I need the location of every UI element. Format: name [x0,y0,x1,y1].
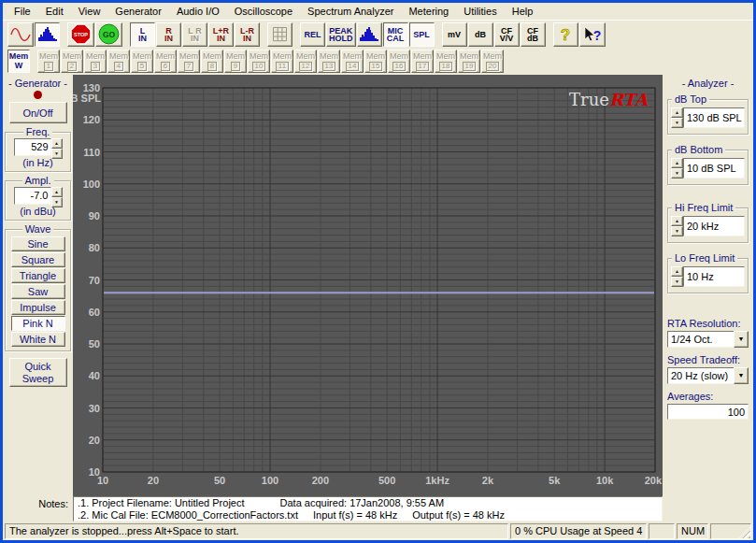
hi-freq-spin-up[interactable]: ▲ [671,216,683,226]
hi-freq-spin-down[interactable]: ▼ [671,226,683,236]
wave-sine-button[interactable]: Sine [11,236,65,251]
mem-13-button[interactable]: Mem13 [318,50,340,73]
lo-freq-spin-up[interactable]: ▲ [671,266,683,277]
app-window: FileEditViewGeneratorAudio I/OOscillosco… [0,0,756,543]
relative-mode-button[interactable]: REL [300,22,325,47]
menu-item-utilities[interactable]: Utilities [456,4,504,20]
frequency-input[interactable]: 529 [14,138,51,156]
mem-write-sub: W [15,62,23,70]
lo-freq-value[interactable]: 10 Hz [683,266,745,287]
input-l-minus-r-button[interactable]: L-RIN [235,22,260,47]
peak-hold-button[interactable]: PEAKHOLD [326,22,356,47]
mem-5-button[interactable]: Mem5 [131,50,153,73]
stop-button[interactable]: STOP [67,22,94,47]
menu-item-help[interactable]: Help [505,4,541,20]
mem-write-button[interactable]: MemW [7,50,30,73]
input-left-right-button[interactable]: L RIN [182,22,207,47]
spl-mode-button[interactable]: SPL [409,22,435,47]
mem-19-button[interactable]: Mem19 [458,50,480,73]
units-db-button[interactable]: dB [468,22,493,47]
bar-display-button[interactable] [357,22,382,47]
menu-item-edit[interactable]: Edit [38,4,71,20]
crest-factor-vv-button[interactable]: CFV/V [494,22,520,47]
mem-16-button[interactable]: Mem16 [388,50,410,73]
mem-7-button[interactable]: Mem7 [178,50,200,73]
grid-toggle-button[interactable] [267,22,292,47]
db-bottom-spin-up[interactable]: ▲ [671,158,683,168]
mem-label: Mem [250,52,268,61]
amplitude-group: Ampl. -7.0 ▲ ▼ (in dBu) [5,180,71,221]
mem-18-button[interactable]: Mem18 [435,50,457,73]
db-top-spin-up[interactable]: ▲ [671,107,683,118]
notes-input-fs: Input f(s) = 48 kHz [313,509,397,521]
generator-sine-button[interactable] [7,22,34,47]
input-left-button[interactable]: LIN [130,22,155,47]
input-right-button[interactable]: RIN [156,22,181,47]
db-bottom-spin-down[interactable]: ▼ [671,168,683,179]
context-help-button[interactable]: ? [579,22,606,47]
mem-2-button[interactable]: Mem2 [61,50,83,73]
amplitude-input[interactable]: -7.0 [14,187,51,205]
go-button[interactable]: GO [95,22,122,47]
mem-4-button[interactable]: Mem4 [107,50,130,73]
mem-10-button[interactable]: Mem10 [248,50,270,73]
wave-square-button[interactable]: Square [11,252,65,267]
db-top-spin-down[interactable]: ▼ [671,118,683,128]
mem-slot-number: 9 [231,62,240,71]
menu-item-generator[interactable]: Generator [107,4,169,20]
generator-on-off-button[interactable]: On/Off [9,102,67,123]
averages-input[interactable]: 100 [667,404,749,420]
mic-cal-button[interactable]: MICCAL [383,22,408,47]
mem-9-button[interactable]: Mem9 [224,50,247,73]
help-button[interactable]: ? [553,22,578,47]
spectrum-analyzer-view-button[interactable] [35,22,60,47]
menu-item-oscilloscope[interactable]: Oscilloscope [227,4,300,20]
lo-freq-spin-down[interactable]: ▼ [671,277,683,287]
mem-slot-number: 16 [392,62,407,71]
mem-label: Mem [39,52,58,61]
notes-textbox[interactable]: .1. Project Filename: Untitled ProjectDa… [73,496,663,522]
status-message: The analyzer is stopped...press Alt+Spac… [5,523,508,539]
mem-12-button[interactable]: Mem12 [294,50,317,73]
rta-resolution-dropdown-arrow-icon[interactable]: ▼ [734,331,749,348]
y-tick-label: 100 [83,179,100,190]
mem-11-button[interactable]: Mem11 [271,50,293,73]
mem-slot-number: 14 [346,62,360,71]
db-top-value[interactable]: 130 dB SPL [683,107,745,128]
speed-tradeoff-dropdown-arrow-icon[interactable]: ▼ [734,367,749,384]
mem-15-button[interactable]: Mem15 [364,50,387,73]
mem-8-button[interactable]: Mem8 [201,50,223,73]
mem-3-button[interactable]: Mem3 [84,50,107,73]
mem-1-button[interactable]: Mem1 [37,50,60,73]
wave-white-n-button[interactable]: White N [11,332,65,347]
frequency-group-label: Freq. [23,126,53,137]
menu-item-audio-i-o[interactable]: Audio I/O [169,4,227,20]
wave-impulse-button[interactable]: Impulse [11,300,65,315]
wave-pink-n-button[interactable]: Pink N [11,316,65,331]
lo-freq-group: Lo Freq Limit ▲ ▼ 10 Hz [667,258,749,293]
input-l-plus-r-button[interactable]: L+RIN [208,22,234,47]
rta-resolution-dropdown[interactable]: 1/24 Oct. ▼ [667,331,749,348]
amplitude-spin-up[interactable]: ▲ [51,187,63,197]
wave-triangle-button[interactable]: Triangle [11,268,65,283]
frequency-spin-up[interactable]: ▲ [51,138,63,149]
units-mv-button[interactable]: mV [442,22,467,47]
hi-freq-value[interactable]: 20 kHz [683,216,745,236]
menu-item-file[interactable]: File [7,4,38,20]
mem-6-button[interactable]: Mem6 [154,50,177,73]
wave-saw-button[interactable]: Saw [11,284,65,299]
db-bottom-value[interactable]: 10 dB SPL [683,158,745,179]
menu-item-view[interactable]: View [71,4,108,20]
mem-17-button[interactable]: Mem17 [411,50,434,73]
quick-sweep-button[interactable]: QuickSweep [9,358,67,387]
mic-cal-label: CAL [387,35,405,42]
menu-item-spectrum-analyzer[interactable]: Spectrum Analyzer [300,4,401,20]
input-left-right-label: IN [191,35,199,42]
mem-20-button[interactable]: Mem20 [481,50,504,73]
status-resize-grip[interactable] [710,523,751,539]
mem-label: Mem [436,52,455,61]
mem-14-button[interactable]: Mem14 [341,50,364,73]
crest-factor-db-button[interactable]: CFdB [521,22,546,47]
speed-tradeoff-dropdown[interactable]: 20 Hz (slow) ▼ [667,367,749,384]
menu-item-metering[interactable]: Metering [401,4,456,20]
